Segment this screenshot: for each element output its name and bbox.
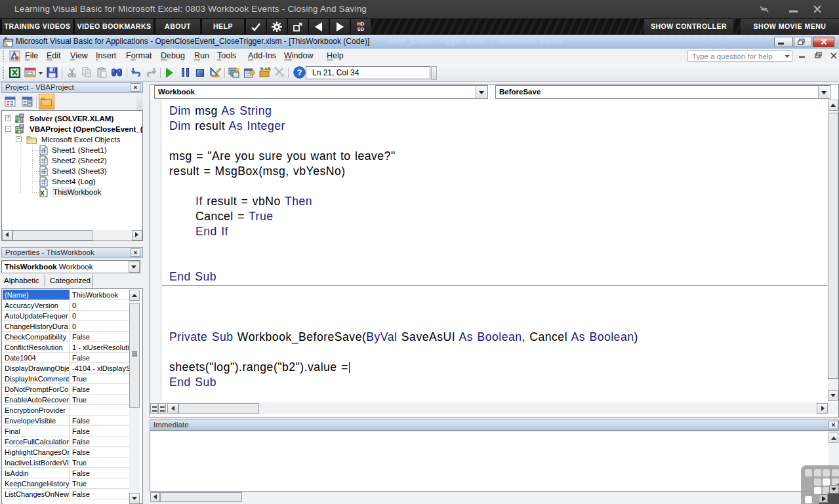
svg-text:?: ? bbox=[297, 68, 302, 77]
